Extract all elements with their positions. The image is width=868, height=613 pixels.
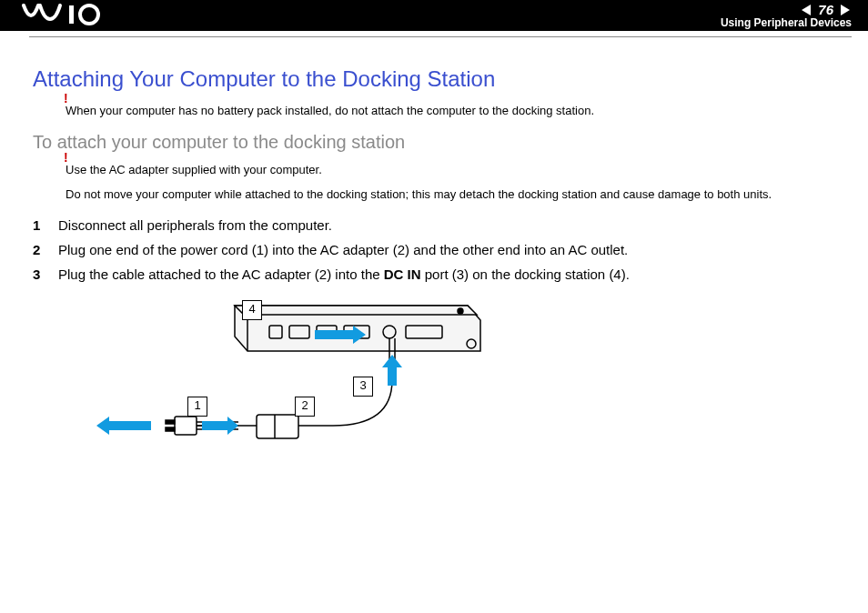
caution-do-not-move: Do not move your computer while attached…: [66, 186, 835, 203]
step-number: 2: [33, 240, 58, 259]
step-number: 3: [33, 265, 58, 284]
step-2: 2 Plug one end of the power cord (1) int…: [33, 240, 835, 259]
page-nav: 76: [800, 2, 852, 17]
step-number: 1: [33, 216, 58, 235]
svg-marker-23: [202, 417, 238, 435]
svg-rect-18: [175, 417, 197, 435]
arrow-icon: [202, 417, 238, 435]
procedure-heading: To attach your computer to the docking s…: [33, 132, 835, 153]
callout-1: 1: [187, 397, 207, 417]
step-list: 1 Disconnect all peripherals from the co…: [33, 216, 835, 284]
prev-page-arrow-icon[interactable]: [800, 4, 812, 16]
step-text: Disconnect all peripherals from the comp…: [58, 216, 332, 235]
figure-illustration: [87, 298, 488, 480]
callout-4: 4: [242, 300, 262, 320]
callout-2: 2: [295, 397, 315, 417]
arrow-icon: [96, 417, 151, 435]
next-page-arrow-icon[interactable]: [839, 4, 852, 16]
page-content: Attaching Your Computer to the Docking S…: [0, 37, 868, 480]
svg-marker-5: [235, 306, 477, 315]
svg-marker-22: [382, 355, 402, 386]
svg-marker-21: [315, 326, 366, 344]
step-text: Plug the cable attached to the AC adapte…: [58, 265, 630, 284]
page-title: Attaching Your Computer to the Docking S…: [33, 66, 835, 92]
svg-rect-16: [257, 415, 298, 438]
step-3: 3 Plug the cable attached to the AC adap…: [33, 265, 835, 284]
page-number: 76: [818, 2, 833, 17]
svg-rect-8: [289, 326, 309, 338]
section-breadcrumb: Using Peripheral Devices: [721, 16, 852, 29]
svg-rect-20: [166, 427, 175, 431]
header-bar: 76 Using Peripheral Devices: [0, 0, 868, 31]
caution-ac-adapter: Use the AC adapter supplied with your co…: [66, 162, 835, 178]
svg-rect-0: [69, 5, 74, 24]
svg-marker-24: [96, 417, 151, 435]
svg-point-14: [458, 308, 463, 314]
arrow-icon: [315, 326, 366, 344]
caution-no-battery: When your computer has no battery pack i…: [66, 103, 835, 119]
arrow-icon: [377, 355, 408, 386]
step-text: Plug one end of the power cord (1) into …: [58, 240, 628, 259]
svg-rect-7: [269, 326, 282, 338]
svg-rect-19: [166, 420, 175, 424]
docking-station-figure: 4 3 2 1: [87, 298, 488, 480]
svg-rect-12: [406, 326, 442, 338]
svg-marker-2: [802, 5, 811, 15]
step-1: 1 Disconnect all peripherals from the co…: [33, 216, 835, 235]
vaio-logo: [22, 2, 109, 27]
callout-3: 3: [353, 377, 373, 397]
svg-point-1: [80, 5, 98, 24]
svg-marker-3: [841, 5, 850, 15]
svg-point-11: [383, 326, 396, 338]
